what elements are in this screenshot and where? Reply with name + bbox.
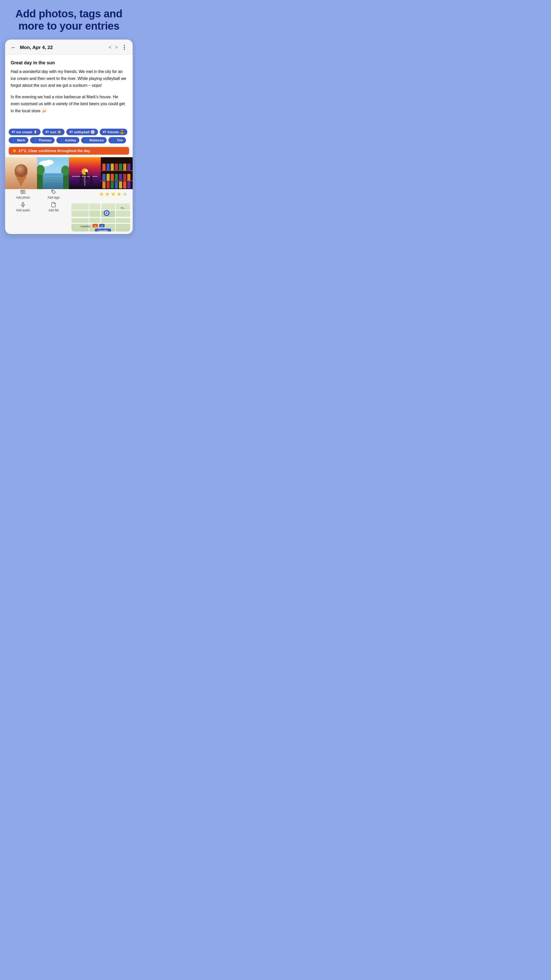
tag-label-sun: sun ☀️ xyxy=(50,130,62,134)
tag-label-friends: friends 😎 xyxy=(107,130,124,134)
svg-rect-81 xyxy=(89,218,100,223)
card-header: ← Mon, Apr 4, 22 < > ⋮ xyxy=(5,40,133,55)
svg-point-10 xyxy=(44,160,54,165)
star-1[interactable]: ★ xyxy=(99,191,104,197)
tag-icon-tim: 👤 xyxy=(111,138,116,142)
add-tags-icon xyxy=(51,189,56,195)
tag-mark[interactable]: 👤 Mark xyxy=(9,137,28,143)
add-file-label: Add file xyxy=(48,208,59,212)
tag-label-ashley: Ashley xyxy=(65,138,76,142)
tag-ashley[interactable]: 👤 Ashley xyxy=(56,137,79,143)
photo-volleyball[interactable] xyxy=(69,157,101,189)
weather-bar: ☀️ 27°C, Clear conditions throughout the… xyxy=(9,147,129,155)
photo-beer[interactable] xyxy=(101,157,133,189)
svg-point-84 xyxy=(106,212,108,214)
svg-rect-54 xyxy=(111,174,114,181)
tag-label-rebecca: Rebecca xyxy=(89,138,104,142)
add-audio-button[interactable]: Add audio xyxy=(8,202,38,212)
add-photo-icon xyxy=(20,189,26,195)
prev-button[interactable]: < xyxy=(108,45,111,50)
svg-rect-45 xyxy=(102,164,106,171)
svg-point-23 xyxy=(86,172,87,174)
svg-rect-60 xyxy=(106,181,110,189)
svg-rect-58 xyxy=(127,174,130,181)
svg-rect-51 xyxy=(127,164,130,171)
page-title: Add photos, tags and more to your entrie… xyxy=(15,8,122,32)
svg-text:54: 54 xyxy=(94,224,97,227)
tag-icon-mark: 👤 xyxy=(12,138,16,142)
svg-rect-59 xyxy=(102,181,106,189)
svg-rect-49 xyxy=(119,164,122,171)
star-5[interactable]: ★ xyxy=(122,191,127,197)
map-thumbnail: 54 22 Chandler Capalaba Po... xyxy=(71,204,130,231)
star-2[interactable]: ★ xyxy=(105,191,110,197)
svg-rect-65 xyxy=(127,181,130,189)
svg-rect-55 xyxy=(115,174,118,181)
journal-body: Had a wonderful day with my friends. We … xyxy=(11,68,127,115)
tag-icecream[interactable]: 🏷 ice cream 🍦 xyxy=(9,129,41,135)
svg-rect-79 xyxy=(89,210,100,217)
journal-content: Great day in the sun Had a wonderful day… xyxy=(5,55,133,126)
weather-icon: ☀️ xyxy=(12,149,17,153)
add-file-icon xyxy=(51,202,56,207)
svg-rect-15 xyxy=(43,173,63,189)
tag-icon-volleyball: 🏷 xyxy=(69,130,73,134)
svg-text:Chandler: Chandler xyxy=(97,229,108,231)
next-button[interactable]: > xyxy=(115,45,118,50)
add-tags-button[interactable]: Add tags xyxy=(38,189,69,199)
svg-rect-61 xyxy=(111,181,114,189)
action-row-2: Add audio Add file xyxy=(5,201,133,234)
svg-rect-48 xyxy=(115,164,118,171)
tag-tim[interactable]: 👤 Tim xyxy=(108,137,126,143)
map-area[interactable]: 54 22 Chandler Capalaba Po... xyxy=(71,202,130,231)
back-button[interactable]: ← xyxy=(11,44,16,51)
star-rating[interactable]: ★ ★ ★ ★ ★ xyxy=(69,191,130,197)
svg-point-67 xyxy=(22,191,24,192)
photo-river[interactable] xyxy=(37,157,69,189)
svg-rect-56 xyxy=(119,174,122,181)
tag-rebecca[interactable]: 👤 Rebecca xyxy=(81,137,107,143)
svg-rect-66 xyxy=(21,190,25,193)
svg-rect-50 xyxy=(123,164,127,171)
more-button[interactable]: ⋮ xyxy=(121,44,127,51)
svg-text:22: 22 xyxy=(101,224,103,227)
svg-rect-64 xyxy=(123,181,127,189)
add-audio-label: Add audio xyxy=(16,208,30,212)
action-row-1: Add photo Add tags ★ ★ ★ ★ ★ xyxy=(5,189,133,199)
tag-friends[interactable]: 🏷 friends 😎 xyxy=(100,129,127,135)
tag-icon-thomas: 👤 xyxy=(33,138,37,142)
tags-section: 🏷 ice cream 🍦 🏷 sun ☀️ 🏷 volleyball 🏐 🏷 … xyxy=(5,126,133,145)
svg-rect-53 xyxy=(106,174,110,181)
svg-text:Po...: Po... xyxy=(121,207,125,209)
add-audio-icon xyxy=(20,202,26,207)
journal-card: ← Mon, Apr 4, 22 < > ⋮ Great day in the … xyxy=(5,40,133,234)
svg-point-29 xyxy=(80,175,82,177)
weather-text: 27°C, Clear conditions throughout the da… xyxy=(18,149,91,153)
svg-rect-57 xyxy=(123,174,127,181)
photo-icecream[interactable] xyxy=(5,157,37,189)
add-photo-button[interactable]: Add photo xyxy=(8,189,38,199)
tag-label-mark: Mark xyxy=(17,138,25,142)
add-file-button[interactable]: Add file xyxy=(38,202,69,212)
tag-icon-friends: 🏷 xyxy=(103,130,106,134)
tag-volleyball[interactable]: 🏷 volleyball 🏐 xyxy=(66,129,98,135)
journal-paragraph-2: In the evening we had a nice barbecue at… xyxy=(11,94,127,115)
svg-point-7 xyxy=(15,164,27,177)
tag-sun[interactable]: 🏷 sun ☀️ xyxy=(42,129,65,135)
svg-point-41 xyxy=(85,169,88,172)
tag-label-tim: Tim xyxy=(117,138,123,142)
header-date: Mon, Apr 4, 22 xyxy=(20,45,106,50)
svg-rect-63 xyxy=(119,181,122,189)
journal-paragraph-1: Had a wonderful day with my friends. We … xyxy=(11,68,127,89)
photos-grid xyxy=(5,157,133,189)
svg-point-35 xyxy=(90,175,92,177)
star-4[interactable]: ★ xyxy=(117,191,122,197)
svg-rect-62 xyxy=(115,181,118,189)
svg-rect-69 xyxy=(22,202,24,205)
tag-label-icecream: ice cream 🍦 xyxy=(16,130,38,134)
tag-label-volleyball: volleyball 🏐 xyxy=(74,130,95,134)
journal-title: Great day in the sun xyxy=(11,60,127,65)
star-3[interactable]: ★ xyxy=(111,191,116,197)
add-photo-label: Add photo xyxy=(16,196,30,199)
tag-thomas[interactable]: 👤 Thomas xyxy=(30,137,55,143)
